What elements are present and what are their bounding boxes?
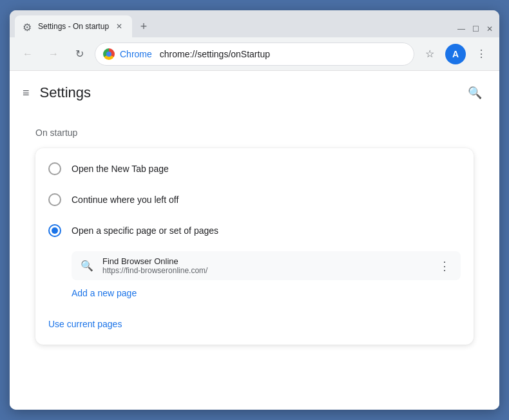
page-info: Find Browser Online https://find-browser… bbox=[102, 256, 427, 275]
option-specific[interactable]: Open a specific page or set of pages bbox=[35, 215, 474, 246]
back-button[interactable]: ← bbox=[17, 44, 38, 64]
reload-button[interactable]: ↻ bbox=[69, 44, 90, 64]
active-tab[interactable]: ⚙ Settings - On startup ✕ bbox=[15, 15, 132, 37]
bookmark-star-button[interactable]: ☆ bbox=[419, 44, 440, 64]
minimize-button[interactable]: — bbox=[457, 24, 466, 33]
page-entry: 🔍 Find Browser Online https://find-brows… bbox=[72, 251, 461, 280]
address-brand-label: Chrome bbox=[120, 49, 152, 59]
address-url-text: chrome://settings/onStartup bbox=[160, 49, 406, 59]
add-new-page-link[interactable]: Add a new page bbox=[72, 283, 137, 303]
chrome-menu-button[interactable]: ⋮ bbox=[471, 44, 492, 64]
profile-button[interactable]: A bbox=[445, 44, 466, 64]
new-tab-button[interactable]: + bbox=[135, 17, 153, 35]
toolbar: ← → ↻ Chrome chrome://settings/onStartup… bbox=[10, 37, 499, 71]
radio-selected-dot bbox=[52, 227, 58, 234]
browser-window: ⚙ Settings - On startup ✕ + — ☐ ✕ ← → ↻ … bbox=[10, 10, 499, 410]
forward-button[interactable]: → bbox=[43, 44, 64, 64]
page-entry-url: https://find-browseronline.com/ bbox=[102, 266, 427, 275]
option-specific-label: Open a specific page or set of pages bbox=[72, 225, 218, 236]
page-entry-more-button[interactable]: ⋮ bbox=[435, 257, 453, 275]
option-continue-label: Continue where you left off bbox=[72, 195, 178, 205]
hamburger-menu-icon[interactable]: ≡ bbox=[23, 86, 30, 100]
window-controls: — ☐ ✕ bbox=[457, 24, 494, 37]
address-bar[interactable]: Chrome chrome://settings/onStartup bbox=[95, 43, 414, 66]
tab-title: Settings - On startup bbox=[38, 22, 109, 31]
maximize-button[interactable]: ☐ bbox=[471, 24, 480, 33]
startup-options-card: Open the New Tab page Continue where you… bbox=[35, 148, 474, 345]
close-button[interactable]: ✕ bbox=[485, 24, 494, 33]
settings-header: ≡ Settings 🔍 bbox=[10, 71, 499, 115]
radio-new-tab-icon bbox=[48, 162, 61, 175]
page-entry-name: Find Browser Online bbox=[102, 256, 427, 266]
use-current-pages-link[interactable]: Use current pages bbox=[35, 311, 135, 337]
tab-close-button[interactable]: ✕ bbox=[114, 21, 124, 32]
page-body: RISK.COM On startup Open the New Tab pag… bbox=[10, 115, 499, 358]
option-continue[interactable]: Continue where you left off bbox=[35, 184, 474, 215]
page-entry-icon: 🔍 bbox=[79, 258, 95, 274]
page-title: Settings bbox=[40, 84, 91, 101]
option-new-tab-label: Open the New Tab page bbox=[72, 164, 169, 174]
section-label: On startup bbox=[35, 128, 474, 138]
radio-specific-icon bbox=[48, 224, 61, 237]
chrome-logo-icon bbox=[103, 48, 115, 60]
title-bar: ⚙ Settings - On startup ✕ + — ☐ ✕ bbox=[10, 10, 499, 37]
sub-section: 🔍 Find Browser Online https://find-brows… bbox=[35, 246, 474, 309]
option-new-tab[interactable]: Open the New Tab page bbox=[35, 153, 474, 184]
page-content: ≡ Settings 🔍 RISK.COM On startup Open th… bbox=[10, 71, 499, 410]
search-settings-button[interactable]: 🔍 bbox=[463, 81, 486, 104]
tab-favicon-icon: ⚙ bbox=[23, 21, 33, 32]
radio-continue-icon bbox=[48, 193, 61, 206]
